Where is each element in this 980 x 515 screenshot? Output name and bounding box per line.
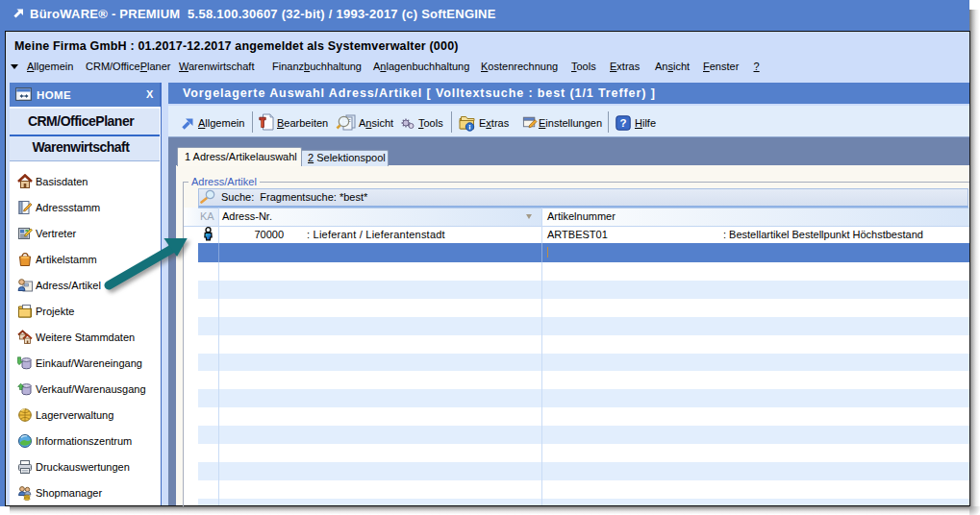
svg-text:?: ? <box>619 117 626 129</box>
